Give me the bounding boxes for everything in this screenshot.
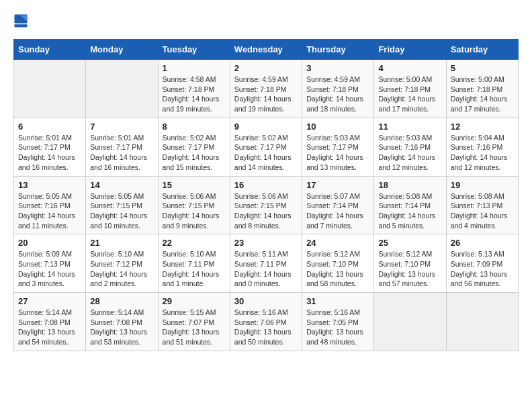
day-number: 23: [234, 238, 298, 248]
day-detail: Sunrise: 5:02 AM Sunset: 7:17 PM Dayligh…: [163, 133, 226, 173]
calendar-cell: 31Sunrise: 5:16 AM Sunset: 7:05 PM Dayli…: [302, 293, 374, 351]
day-detail: Sunrise: 5:16 AM Sunset: 7:05 PM Dayligh…: [306, 308, 369, 347]
day-number: 27: [18, 296, 81, 306]
calendar-cell: 2Sunrise: 4:59 AM Sunset: 7:18 PM Daylig…: [230, 60, 302, 118]
day-number: 28: [90, 296, 153, 306]
calendar-cell: 3Sunrise: 4:59 AM Sunset: 7:18 PM Daylig…: [302, 60, 374, 118]
day-detail: Sunrise: 5:02 AM Sunset: 7:17 PM Dayligh…: [234, 133, 298, 173]
calendar-cell: [14, 60, 86, 118]
calendar-cell: 6Sunrise: 5:01 AM Sunset: 7:17 PM Daylig…: [14, 118, 86, 176]
day-detail: Sunrise: 5:03 AM Sunset: 7:17 PM Dayligh…: [306, 133, 369, 173]
weekday-header-sunday: Sunday: [14, 40, 86, 60]
calendar-cell: 27Sunrise: 5:14 AM Sunset: 7:08 PM Dayli…: [14, 293, 86, 351]
day-detail: Sunrise: 4:59 AM Sunset: 7:18 PM Dayligh…: [234, 75, 298, 114]
calendar-table: SundayMondayTuesdayWednesdayThursdayFrid…: [13, 39, 519, 351]
day-detail: Sunrise: 5:12 AM Sunset: 7:10 PM Dayligh…: [378, 249, 441, 289]
day-detail: Sunrise: 4:59 AM Sunset: 7:18 PM Dayligh…: [306, 75, 369, 114]
day-number: 31: [306, 296, 369, 306]
day-detail: Sunrise: 5:05 AM Sunset: 7:16 PM Dayligh…: [18, 191, 81, 231]
weekday-header-tuesday: Tuesday: [158, 40, 230, 60]
day-detail: Sunrise: 5:06 AM Sunset: 7:15 PM Dayligh…: [234, 191, 298, 231]
page-header: [13, 13, 519, 28]
day-detail: Sunrise: 5:08 AM Sunset: 7:13 PM Dayligh…: [451, 191, 514, 231]
day-number: 26: [451, 238, 514, 248]
calendar-cell: 7Sunrise: 5:01 AM Sunset: 7:17 PM Daylig…: [86, 118, 158, 176]
weekday-header-thursday: Thursday: [302, 40, 374, 60]
day-detail: Sunrise: 5:08 AM Sunset: 7:14 PM Dayligh…: [378, 191, 441, 231]
calendar-cell: [446, 293, 518, 351]
week-row-1: 1Sunrise: 4:58 AM Sunset: 7:18 PM Daylig…: [14, 60, 519, 118]
day-detail: Sunrise: 5:10 AM Sunset: 7:12 PM Dayligh…: [90, 249, 153, 289]
calendar-cell: [86, 60, 158, 118]
day-number: 9: [234, 122, 298, 132]
calendar-cell: 9Sunrise: 5:02 AM Sunset: 7:17 PM Daylig…: [230, 118, 302, 176]
week-row-2: 6Sunrise: 5:01 AM Sunset: 7:17 PM Daylig…: [14, 118, 519, 176]
calendar-cell: 18Sunrise: 5:08 AM Sunset: 7:14 PM Dayli…: [374, 176, 446, 234]
day-number: 6: [18, 122, 81, 132]
day-number: 4: [378, 63, 441, 73]
day-detail: Sunrise: 5:01 AM Sunset: 7:17 PM Dayligh…: [18, 133, 81, 173]
calendar-cell: 14Sunrise: 5:05 AM Sunset: 7:15 PM Dayli…: [86, 176, 158, 234]
calendar-cell: 26Sunrise: 5:13 AM Sunset: 7:09 PM Dayli…: [446, 234, 518, 293]
calendar-cell: 29Sunrise: 5:15 AM Sunset: 7:07 PM Dayli…: [158, 293, 230, 351]
day-detail: Sunrise: 5:00 AM Sunset: 7:18 PM Dayligh…: [451, 75, 514, 114]
weekday-row: SundayMondayTuesdayWednesdayThursdayFrid…: [14, 40, 519, 60]
calendar-cell: 4Sunrise: 5:00 AM Sunset: 7:18 PM Daylig…: [374, 60, 446, 118]
day-number: 25: [378, 238, 441, 248]
day-number: 13: [18, 180, 81, 190]
calendar-cell: 15Sunrise: 5:06 AM Sunset: 7:15 PM Dayli…: [158, 176, 230, 234]
day-number: 20: [18, 238, 81, 248]
day-detail: Sunrise: 4:58 AM Sunset: 7:18 PM Dayligh…: [163, 75, 226, 114]
day-detail: Sunrise: 5:00 AM Sunset: 7:18 PM Dayligh…: [378, 75, 441, 114]
calendar-cell: 10Sunrise: 5:03 AM Sunset: 7:17 PM Dayli…: [302, 118, 374, 176]
calendar-cell: 16Sunrise: 5:06 AM Sunset: 7:15 PM Dayli…: [230, 176, 302, 234]
calendar-cell: 5Sunrise: 5:00 AM Sunset: 7:18 PM Daylig…: [446, 60, 518, 118]
week-row-3: 13Sunrise: 5:05 AM Sunset: 7:16 PM Dayli…: [14, 176, 519, 234]
calendar-cell: 21Sunrise: 5:10 AM Sunset: 7:12 PM Dayli…: [86, 234, 158, 293]
calendar-cell: 23Sunrise: 5:11 AM Sunset: 7:11 PM Dayli…: [230, 234, 302, 293]
calendar-cell: 19Sunrise: 5:08 AM Sunset: 7:13 PM Dayli…: [446, 176, 518, 234]
weekday-header-saturday: Saturday: [446, 40, 518, 60]
day-detail: Sunrise: 5:07 AM Sunset: 7:14 PM Dayligh…: [306, 191, 369, 231]
weekday-header-friday: Friday: [374, 40, 446, 60]
day-number: 7: [90, 122, 153, 132]
calendar-cell: 8Sunrise: 5:02 AM Sunset: 7:17 PM Daylig…: [158, 118, 230, 176]
calendar-cell: [374, 293, 446, 351]
day-number: 10: [306, 122, 369, 132]
day-detail: Sunrise: 5:16 AM Sunset: 7:06 PM Dayligh…: [234, 308, 298, 347]
weekday-header-wednesday: Wednesday: [230, 40, 302, 60]
day-number: 18: [378, 180, 441, 190]
calendar-cell: 20Sunrise: 5:09 AM Sunset: 7:13 PM Dayli…: [14, 234, 86, 293]
calendar-cell: 25Sunrise: 5:12 AM Sunset: 7:10 PM Dayli…: [374, 234, 446, 293]
day-number: 5: [451, 63, 514, 73]
calendar-cell: 30Sunrise: 5:16 AM Sunset: 7:06 PM Dayli…: [230, 293, 302, 351]
day-number: 29: [163, 296, 226, 306]
day-number: 3: [306, 63, 369, 73]
day-number: 1: [163, 63, 226, 73]
day-detail: Sunrise: 5:09 AM Sunset: 7:13 PM Dayligh…: [18, 249, 81, 289]
calendar-cell: 11Sunrise: 5:03 AM Sunset: 7:16 PM Dayli…: [374, 118, 446, 176]
day-number: 8: [163, 122, 226, 132]
calendar-cell: 17Sunrise: 5:07 AM Sunset: 7:14 PM Dayli…: [302, 176, 374, 234]
calendar-body: 1Sunrise: 4:58 AM Sunset: 7:18 PM Daylig…: [14, 60, 519, 351]
calendar-header: SundayMondayTuesdayWednesdayThursdayFrid…: [14, 40, 519, 60]
day-detail: Sunrise: 5:06 AM Sunset: 7:15 PM Dayligh…: [163, 191, 226, 231]
calendar-cell: 28Sunrise: 5:14 AM Sunset: 7:08 PM Dayli…: [86, 293, 158, 351]
day-number: 24: [306, 238, 369, 248]
day-detail: Sunrise: 5:15 AM Sunset: 7:07 PM Dayligh…: [163, 308, 226, 347]
day-number: 15: [163, 180, 226, 190]
day-detail: Sunrise: 5:14 AM Sunset: 7:08 PM Dayligh…: [18, 308, 81, 347]
calendar-cell: 24Sunrise: 5:12 AM Sunset: 7:10 PM Dayli…: [302, 234, 374, 293]
day-number: 2: [234, 63, 298, 73]
day-detail: Sunrise: 5:01 AM Sunset: 7:17 PM Dayligh…: [90, 133, 153, 173]
week-row-5: 27Sunrise: 5:14 AM Sunset: 7:08 PM Dayli…: [14, 293, 519, 351]
week-row-4: 20Sunrise: 5:09 AM Sunset: 7:13 PM Dayli…: [14, 234, 519, 293]
day-detail: Sunrise: 5:04 AM Sunset: 7:16 PM Dayligh…: [451, 133, 514, 173]
logo: [13, 13, 31, 28]
logo-icon: [13, 13, 28, 28]
day-detail: Sunrise: 5:05 AM Sunset: 7:15 PM Dayligh…: [90, 191, 153, 231]
day-number: 19: [451, 180, 514, 190]
calendar-cell: 22Sunrise: 5:10 AM Sunset: 7:11 PM Dayli…: [158, 234, 230, 293]
calendar-cell: 1Sunrise: 4:58 AM Sunset: 7:18 PM Daylig…: [158, 60, 230, 118]
day-number: 21: [90, 238, 153, 248]
